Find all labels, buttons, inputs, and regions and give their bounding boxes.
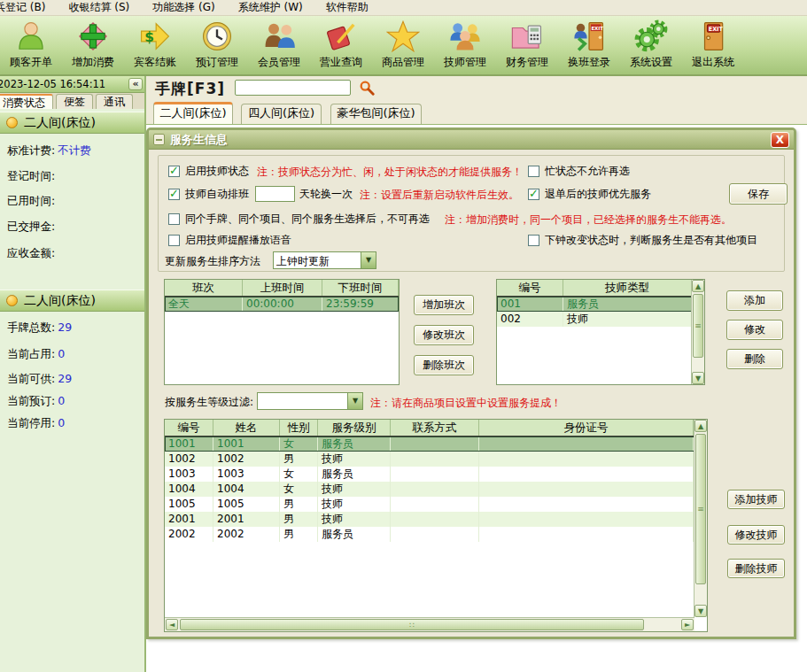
delete-technician-button[interactable]: 删除技师 [727, 559, 785, 578]
toolbar-guest-checkout[interactable]: $ 宾客结账 [124, 16, 186, 74]
dialog-title-bar[interactable]: 服务生信息 [149, 130, 794, 150]
shift-row[interactable]: 全天 00:00:00 23:59:59 [165, 297, 399, 312]
app-window: 兵登记 (B) 收银结算 (S) 功能选择 (G) 系统维护 (W) 软件帮助 … [0, 0, 807, 672]
scroll-left-icon[interactable]: ◄ [166, 619, 178, 630]
scroll-right-icon[interactable]: ► [681, 619, 694, 630]
checkbox-auto-schedule[interactable]: 技师自动排班 [168, 187, 249, 202]
toolbar-exit[interactable]: EXIT 退出系统 [682, 16, 744, 74]
toolbar-staff[interactable]: 技师管理 [434, 16, 496, 74]
save-button[interactable]: 保存 [729, 183, 788, 205]
room-section-header-2[interactable]: 二人间(床位) [0, 290, 144, 312]
tab-deluxe-room[interactable]: 豪华包间(床位) [330, 104, 422, 124]
chevron-down-icon[interactable]: ▼ [361, 252, 376, 268]
sidebar: 2023-12-05 16:54:11 « 消费状态 便签 通讯 二人间(床位)… [0, 76, 146, 672]
filter-select[interactable]: ▼ [257, 392, 363, 410]
toolbar-settings[interactable]: 系统设置 [620, 16, 682, 74]
checkbox-refund-priority[interactable]: 退单后的技师优先服务 [528, 187, 651, 202]
toolbar-member[interactable]: 会员管理 [248, 16, 310, 74]
staff-row[interactable]: 1005 1005 男 技师 [165, 497, 707, 512]
edit-type-button[interactable]: 修改 [726, 320, 783, 340]
sidebar-tab-notes[interactable]: 便签 [56, 94, 93, 109]
toolbar-finance[interactable]: 财务管理 [496, 16, 558, 74]
field-billing: 标准计费: 不计费 [7, 143, 91, 158]
scroll-down-icon[interactable]: ▼ [692, 372, 704, 384]
checkbox-box[interactable] [168, 189, 180, 200]
edit-shift-button[interactable]: 修改班次 [414, 325, 474, 345]
sort-method-select[interactable]: 上钟时更新 ▼ [273, 251, 376, 269]
staff-row[interactable]: 1002 1002 男 技师 [165, 452, 707, 467]
toolbar-shift-login[interactable]: EXIT 换班登录 [558, 16, 620, 74]
field-billing-value: 不计费 [58, 143, 91, 158]
staff-row[interactable]: 1004 1004 女 技师 [165, 482, 707, 497]
room-section-header-1[interactable]: 二人间(床位) [0, 112, 144, 134]
scroll-up-icon[interactable]: ▲ [694, 420, 707, 432]
staff-row[interactable]: 2001 2001 男 技师 [165, 512, 707, 527]
staff-row[interactable]: 1003 1003 女 服务员 [165, 467, 707, 482]
add-technician-button[interactable]: 添加技师 [727, 490, 785, 509]
scrollbar-thumb[interactable]: ≡ [695, 434, 706, 584]
menu-item-maintenance[interactable]: 系统维护 (W) [237, 0, 305, 15]
sidebar-tab-consume-status[interactable]: 消费状态 [0, 94, 53, 109]
checkbox-box[interactable] [528, 235, 539, 246]
checkbox-busy-no-reselect[interactable]: 忙状态不允许再选 [528, 164, 630, 179]
tab-quad-room[interactable]: 四人间(床位) [241, 104, 322, 124]
add-type-button[interactable]: 添加 [726, 290, 783, 311]
checkbox-same-card[interactable]: 同个手牌、同个项目、同个服务生选择后，不可再选 [168, 212, 430, 227]
checkbox-box[interactable] [528, 166, 539, 177]
toolbar-booking[interactable]: 预订管理 [186, 16, 248, 74]
delete-shift-button[interactable]: 删除班次 [414, 355, 474, 375]
type-table-scrollbar[interactable]: ▲ ≡ ▼ [691, 280, 704, 384]
checkbox-box[interactable] [168, 213, 180, 225]
checkbox-enable-status[interactable]: 启用技师状态 [168, 164, 249, 179]
sidebar-collapse-button[interactable]: « [128, 78, 143, 90]
type-table[interactable]: 编号 技师类型 001 服务员 002 技师 ▲ ≡ ▼ [496, 279, 705, 385]
checkbox-box[interactable] [528, 189, 539, 200]
shift-table[interactable]: 班次 上班时间 下班时间 全天 00:00:00 23:59:59 [164, 279, 400, 385]
toolbar-customer-open[interactable]: 顾客开单 [0, 16, 62, 74]
svg-text:EXIT: EXIT [591, 26, 603, 31]
toolbar-goods[interactable]: 商品管理 [372, 16, 434, 74]
scroll-up-icon[interactable]: ▲ [692, 280, 704, 292]
add-shift-button[interactable]: 增加班次 [414, 295, 474, 315]
checkbox-voice[interactable]: 启用技师提醒播放语音 [168, 233, 291, 248]
chevron-down-icon[interactable]: ▼ [347, 393, 362, 409]
auto-days-input[interactable] [255, 186, 295, 202]
field-receivable: 应收金额: [7, 246, 58, 261]
auto-days-suffix: 天轮换一次 [299, 187, 353, 202]
checkbox-box[interactable] [168, 166, 180, 177]
dialog-title: 服务生信息 [170, 132, 228, 148]
menu-item-cashier[interactable]: 收银结算 (S) [66, 0, 131, 15]
checkbox-off-clock[interactable]: 下钟改变状态时，判断服务生是否有其他项目 [528, 233, 757, 248]
dialog-staff-info: 服务生信息 X 启用技师状态 注：技师状态分为忙、闲，处于闲状态的才能提供服务！… [146, 127, 796, 639]
staff-table[interactable]: 编号 姓名 性别 服务级别 联系方式 身份证号 1001 1001 女 服务员 … [164, 419, 708, 632]
scrollbar-thumb[interactable]: ≡ [693, 294, 703, 358]
sidebar-tab-comms[interactable]: 通讯 [96, 94, 133, 109]
dialog-icon [153, 134, 165, 145]
menu-item-functions[interactable]: 功能选择 (G) [151, 0, 216, 15]
menu-item-register[interactable]: 兵登记 (B) [0, 0, 47, 15]
sort-method-value: 上钟时更新 [276, 254, 330, 269]
staff-table-vscrollbar[interactable]: ▲ ≡ ▼ [694, 420, 707, 617]
staff-table-hscrollbar[interactable]: ◄ ∷ ► [165, 617, 694, 631]
toolbar: 顾客开单 增加消费 $ 宾客结账 预订管理 会员管理 营业查询 [0, 16, 807, 76]
add-consume-icon [75, 19, 111, 54]
staff-row[interactable]: 2002 2002 男 服务员 [165, 527, 707, 542]
type-row[interactable]: 001 服务员 [497, 297, 704, 312]
checkbox-box[interactable] [168, 235, 180, 246]
toolbar-business-query[interactable]: 营业查询 [310, 16, 372, 74]
type-row[interactable]: 002 技师 [497, 312, 704, 327]
edit-technician-button[interactable]: 修改技师 [727, 525, 785, 545]
close-icon[interactable]: X [771, 132, 789, 148]
tab-double-room[interactable]: 二人间(床位) [153, 102, 233, 124]
sidebar-tabs: 消费状态 便签 通讯 [0, 93, 144, 109]
scroll-down-icon[interactable]: ▼ [694, 605, 707, 617]
handcard-search-input[interactable] [235, 80, 351, 96]
search-icon[interactable] [359, 80, 375, 96]
booking-icon [199, 19, 235, 54]
menu-item-help[interactable]: 软件帮助 [324, 0, 370, 15]
delete-type-button[interactable]: 删除 [726, 349, 783, 369]
toolbar-add-consume[interactable]: 增加消费 [62, 16, 124, 74]
staff-row[interactable]: 1001 1001 女 服务员 [165, 436, 707, 452]
scrollbar-thumb[interactable]: ∷ [180, 619, 644, 630]
finance-icon [509, 19, 545, 54]
